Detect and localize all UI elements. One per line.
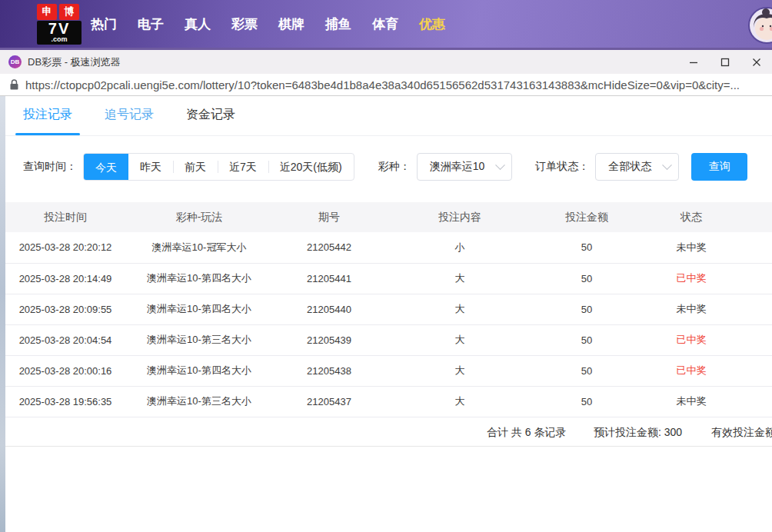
close-icon xyxy=(752,58,761,67)
cell-bet-time: 2025-03-28 20:04:54 xyxy=(0,324,131,355)
table-row[interactable]: 2025-03-28 20:20:12 澳洲幸运10-冠军大小 21205442… xyxy=(0,232,772,263)
cell-bet-time: 2025-03-28 20:00:16 xyxy=(0,355,131,386)
cell-bet-amount: 50 xyxy=(529,232,644,263)
lottery-select-value: 澳洲幸运10 xyxy=(430,160,485,174)
site-nav-items: 热门 电子 真人 彩票 棋牌 捕鱼 体育 优惠 xyxy=(91,15,445,33)
filter-row: 查询时间： 今天 昨天 前天 近7天 近20天(低频) 彩种： 澳洲幸运10 订… xyxy=(0,153,772,181)
logo-badge-left: 申 xyxy=(37,4,57,20)
cell-bet-time: 2025-03-28 20:20:12 xyxy=(0,232,131,263)
col-header-status: 状态 xyxy=(644,202,738,232)
nav-item-lottery[interactable]: 彩票 xyxy=(231,15,258,33)
record-tabs: 投注记录 追号记录 资金记录 xyxy=(0,96,772,136)
cell-bet-time: 2025-03-28 19:56:35 xyxy=(0,386,131,417)
nav-item-promo[interactable]: 优惠 xyxy=(419,15,445,33)
cell-lottery-play: 澳洲幸运10-第四名大小 xyxy=(131,355,268,386)
page-content: 投注记录 追号记录 资金记录 查询时间： 今天 昨天 前天 近7天 近20天(低… xyxy=(0,96,772,532)
cell-issue: 21205437 xyxy=(268,386,391,417)
cell-issue: 21205438 xyxy=(268,355,391,386)
url-bar[interactable]: https://ctopcp02pcali.uengi5e.com/lotter… xyxy=(0,74,772,96)
time-option-20days[interactable]: 近20天(低频) xyxy=(268,154,354,180)
logo-badge-right: 博 xyxy=(59,4,79,20)
tab-fund-records[interactable]: 资金记录 xyxy=(186,95,235,135)
url-text[interactable]: https://ctopcp02pcali.uengi5e.com/lotter… xyxy=(25,78,772,91)
tab-chase-records[interactable]: 追号记录 xyxy=(105,95,154,135)
cell-bet-content: 大 xyxy=(391,355,529,386)
status-filter-label: 订单状态： xyxy=(535,160,589,174)
chevron-down-icon xyxy=(662,160,672,170)
cell-lottery-play: 澳洲幸运10-第三名大小 xyxy=(131,324,268,355)
summary-expected-amount: 预计投注金额: 300 xyxy=(594,417,682,447)
status-badge: 已中奖 xyxy=(644,263,738,294)
time-option-7days[interactable]: 近7天 xyxy=(218,154,268,180)
user-avatar[interactable] xyxy=(748,7,772,44)
lottery-select[interactable]: 澳洲幸运10 xyxy=(417,153,513,181)
close-button[interactable] xyxy=(740,50,772,74)
cell-issue: 21205439 xyxy=(268,324,391,355)
table-row[interactable]: 2025-03-28 20:04:54 澳洲幸运10-第三名大小 2120543… xyxy=(0,324,772,355)
cell-issue: 21205442 xyxy=(268,232,391,263)
logo-text: 7V xyxy=(37,21,82,36)
cell-bet-time: 2025-03-28 20:14:49 xyxy=(0,263,131,294)
browser-title-bar: DB DB彩票 - 极速浏览器 xyxy=(0,50,772,74)
lottery-filter-label: 彩种： xyxy=(378,160,411,174)
summary-total-records: 合计 共 6 条记录 xyxy=(487,417,566,447)
query-button[interactable]: 查询 xyxy=(691,153,747,181)
status-badge: 已中奖 xyxy=(644,355,738,386)
nav-item-electronic[interactable]: 电子 xyxy=(138,15,164,33)
nav-item-chess[interactable]: 棋牌 xyxy=(278,15,304,33)
cell-bet-amount: 50 xyxy=(529,263,644,294)
nav-item-hot[interactable]: 热门 xyxy=(91,15,117,33)
nav-item-sports[interactable]: 体育 xyxy=(372,15,398,33)
cell-issue: 21205440 xyxy=(268,294,391,324)
cell-bet-content: 小 xyxy=(391,232,529,263)
col-header-bet-time: 投注时间 xyxy=(0,202,131,232)
bet-records-table: 投注时间 彩种-玩法 期号 投注内容 投注金额 状态 2025-03-28 20… xyxy=(0,202,772,417)
cell-lottery-play: 澳洲幸运10-第三名大小 xyxy=(131,386,268,417)
window-controls xyxy=(677,50,772,74)
table-row[interactable]: 2025-03-28 20:14:49 澳洲幸运10-第四名大小 2120544… xyxy=(0,263,772,294)
order-status-select[interactable]: 全部状态 xyxy=(595,153,679,181)
cell-bet-time: 2025-03-28 20:09:55 xyxy=(0,294,131,324)
time-filter-label: 查询时间： xyxy=(23,160,77,174)
col-header-lottery-play: 彩种-玩法 xyxy=(131,202,268,232)
cell-bet-content: 大 xyxy=(391,324,529,355)
cell-issue: 21205441 xyxy=(268,263,391,294)
col-header-bet-content: 投注内容 xyxy=(391,202,529,232)
nav-item-live[interactable]: 真人 xyxy=(185,15,211,33)
time-filter-group: 今天 昨天 前天 近7天 近20天(低频) xyxy=(83,153,354,181)
cell-bet-content: 大 xyxy=(391,294,529,324)
logo-subtext: .com xyxy=(37,36,82,45)
status-badge: 未中奖 xyxy=(644,232,738,263)
left-edge-strip xyxy=(0,96,5,532)
time-option-today[interactable]: 今天 xyxy=(84,154,128,180)
browser-app-icon: DB xyxy=(8,55,22,68)
maximize-icon xyxy=(720,58,730,67)
tab-bet-records[interactable]: 投注记录 xyxy=(23,95,72,135)
cell-bet-content: 大 xyxy=(391,386,529,417)
status-badge: 已中奖 xyxy=(644,324,738,355)
window-title: DB彩票 - 极速浏览器 xyxy=(28,55,121,69)
nav-item-fishing[interactable]: 捕鱼 xyxy=(325,15,351,33)
table-header-row: 投注时间 彩种-玩法 期号 投注内容 投注金额 状态 xyxy=(0,202,772,232)
maximize-button[interactable] xyxy=(709,50,740,74)
cell-lottery-play: 澳洲幸运10-第四名大小 xyxy=(131,263,268,294)
cell-bet-amount: 50 xyxy=(529,355,644,386)
order-status-value: 全部状态 xyxy=(608,160,651,174)
cell-lottery-play: 澳洲幸运10-冠军大小 xyxy=(131,232,268,263)
minimize-button[interactable] xyxy=(677,50,709,74)
table-row[interactable]: 2025-03-28 20:00:16 澳洲幸运10-第四名大小 2120543… xyxy=(0,355,772,386)
lock-icon xyxy=(10,79,18,90)
site-logo[interactable]: 申 博 7V .com xyxy=(37,4,82,45)
cell-bet-content: 大 xyxy=(391,263,529,294)
status-badge: 未中奖 xyxy=(644,294,738,324)
summary-valid-amount: 有效投注金额 xyxy=(711,417,772,447)
col-header-bet-amount: 投注金额 xyxy=(529,202,644,232)
table-row[interactable]: 2025-03-28 20:09:55 澳洲幸运10-第四名大小 2120544… xyxy=(0,294,772,324)
minimize-icon xyxy=(689,58,698,67)
time-option-yesterday[interactable]: 昨天 xyxy=(128,154,173,180)
time-option-day-before[interactable]: 前天 xyxy=(173,154,218,180)
summary-row: 合计 共 6 条记录 预计投注金额: 300 有效投注金额 xyxy=(0,417,772,447)
cell-bet-amount: 50 xyxy=(529,294,644,324)
table-row[interactable]: 2025-03-28 19:56:35 澳洲幸运10-第三名大小 2120543… xyxy=(0,386,772,417)
cell-bet-amount: 50 xyxy=(529,386,644,417)
